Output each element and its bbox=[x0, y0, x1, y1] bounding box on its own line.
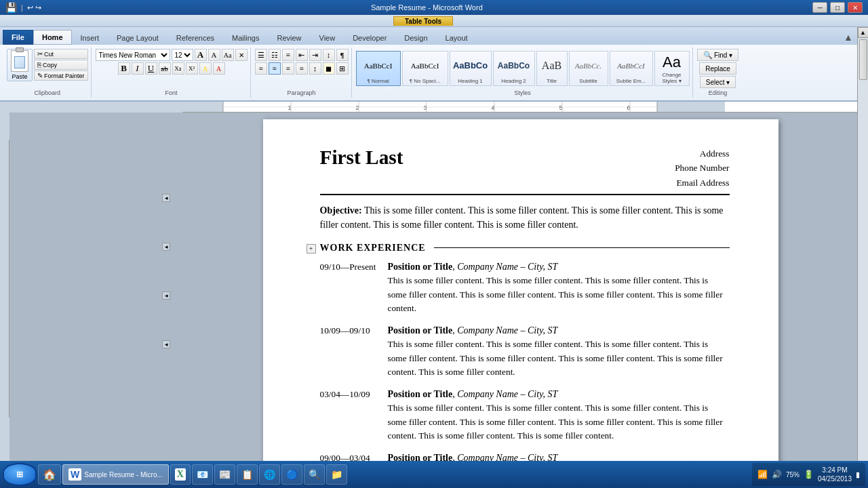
tray-sound-icon: 🔊 bbox=[772, 470, 782, 479]
numbering-button[interactable]: ☷ bbox=[269, 49, 281, 61]
tab-review[interactable]: Review bbox=[268, 30, 310, 45]
shrink-font-button[interactable]: A bbox=[208, 49, 220, 61]
font-group: Times New Roman 12 A A Aa ✕ B I U ab X₂ bbox=[93, 47, 251, 98]
minimize-button[interactable]: ─ bbox=[812, 2, 827, 13]
align-left-button[interactable]: ≡ bbox=[255, 62, 267, 75]
tab-page-layout[interactable]: Page Layout bbox=[108, 30, 167, 45]
tab-insert[interactable]: Insert bbox=[72, 30, 108, 45]
address-line: Address bbox=[675, 146, 729, 161]
style-normal[interactable]: AaBbCcI ¶ Normal bbox=[356, 51, 401, 86]
section-title-work: WORK EXPERIENCE bbox=[320, 243, 431, 253]
editing-controls: 🔍 Find ▾ Replace Select ▾ bbox=[697, 49, 738, 88]
align-right-button[interactable]: ≡ bbox=[282, 62, 294, 75]
work-date-1: 09/10—Present bbox=[320, 262, 388, 316]
font-color-button[interactable]: A bbox=[213, 62, 225, 75]
subscript-button[interactable]: X₂ bbox=[172, 62, 184, 75]
work-entry-3: 03/04—10/09 Position or Title, Company N… bbox=[320, 389, 730, 443]
vertical-ruler bbox=[0, 113, 9, 481]
show-hide-button[interactable]: ¶ bbox=[336, 49, 349, 61]
expand-left-4[interactable]: ◂ bbox=[162, 340, 170, 348]
copy-button[interactable]: ⎘Copy bbox=[34, 60, 88, 70]
clear-format-button[interactable]: ✕ bbox=[235, 49, 248, 61]
bold-button[interactable]: B bbox=[118, 62, 130, 75]
start-button[interactable]: ⊞ bbox=[3, 463, 37, 486]
tab-references[interactable]: References bbox=[167, 30, 223, 45]
style-subtle-em[interactable]: AaBbCcI Subtle Em... bbox=[610, 51, 653, 86]
section-move-handle[interactable]: + bbox=[307, 244, 316, 253]
tab-mailings[interactable]: Mailings bbox=[223, 30, 268, 45]
text-highlight-button[interactable]: A bbox=[199, 62, 212, 75]
paste-button[interactable]: Paste bbox=[7, 49, 33, 81]
work-desc-3: This is some filler content. This is som… bbox=[388, 401, 730, 443]
change-case-button[interactable]: Aa bbox=[222, 49, 234, 61]
italic-button[interactable]: I bbox=[132, 62, 144, 75]
sort-button[interactable]: ↕ bbox=[323, 49, 335, 61]
paragraph-row2: ≡ ≡ ≡ ≡ ↕ ◼ ⊞ bbox=[255, 62, 349, 75]
tab-view[interactable]: View bbox=[311, 30, 344, 45]
justify-button[interactable]: ≡ bbox=[296, 62, 308, 75]
phone-line: Phone Number bbox=[675, 161, 729, 175]
style-heading2[interactable]: AaBbCo Heading 2 bbox=[493, 51, 535, 86]
expand-left-1[interactable]: ◂ bbox=[162, 194, 170, 202]
contact-info: Address Phone Number Email Address bbox=[675, 146, 729, 190]
style-title[interactable]: AaB Title bbox=[536, 51, 568, 86]
align-center-button[interactable]: ≡ bbox=[269, 62, 281, 75]
tab-design[interactable]: Design bbox=[395, 30, 436, 45]
cut-button[interactable]: ✂Cut bbox=[34, 49, 88, 59]
tab-home[interactable]: Home bbox=[33, 30, 72, 45]
show-desktop-button[interactable]: ▮ bbox=[856, 470, 860, 479]
ribbon-content: Paste ✂Cut ⎘Copy ✎Format Painter Clipboa… bbox=[0, 45, 868, 100]
taskbar-files[interactable]: 📁 bbox=[326, 464, 347, 485]
editing-group: 🔍 Find ▾ Replace Select ▾ Editing bbox=[694, 47, 742, 98]
taskbar-explorer[interactable]: 🏠 bbox=[38, 464, 61, 485]
font-size-select[interactable]: 12 bbox=[172, 49, 193, 61]
taskbar-word-button[interactable]: W Sample Resume - Micro... bbox=[62, 464, 169, 485]
system-clock: 3:24 PM 04/25/2013 bbox=[818, 466, 852, 483]
bullets-button[interactable]: ☰ bbox=[255, 49, 267, 61]
grow-font-button[interactable]: A bbox=[195, 49, 207, 61]
work-title-3: Position or Title, Company Name – City, … bbox=[388, 389, 730, 400]
style-subtitle[interactable]: AaBbCc. Subtitle bbox=[569, 51, 608, 86]
expand-left-3[interactable]: ◂ bbox=[162, 291, 170, 300]
shading-button[interactable]: ◼ bbox=[323, 62, 335, 75]
taskbar-publisher[interactable]: 📰 bbox=[214, 464, 235, 485]
clipboard-group: Paste ✂Cut ⎘Copy ✎Format Painter Clipboa… bbox=[4, 47, 92, 98]
taskbar-ie[interactable]: 🌐 bbox=[259, 464, 280, 485]
style-heading1[interactable]: AaBbCo Heading 1 bbox=[450, 51, 492, 86]
tray-network-icon: 📶 bbox=[757, 470, 768, 479]
maximize-button[interactable]: □ bbox=[830, 2, 845, 13]
styles-gallery: AaBbCcI ¶ Normal AaBbCcI ¶ No Spaci... A… bbox=[356, 49, 690, 88]
style-no-spacing[interactable]: AaBbCcI ¶ No Spaci... bbox=[402, 51, 448, 86]
svg-rect-1 bbox=[657, 102, 725, 113]
multilevel-list-button[interactable]: ≡ bbox=[282, 49, 294, 61]
taskbar-excel[interactable]: X bbox=[170, 464, 191, 485]
increase-indent-button[interactable]: ⇥ bbox=[309, 49, 321, 61]
tab-file[interactable]: File bbox=[3, 30, 33, 45]
tab-developer[interactable]: Developer bbox=[344, 30, 395, 45]
decrease-indent-button[interactable]: ⇤ bbox=[296, 49, 308, 61]
expand-left-2[interactable]: ◂ bbox=[162, 243, 170, 251]
select-button[interactable]: Select ▾ bbox=[700, 76, 736, 88]
superscript-button[interactable]: X² bbox=[186, 62, 198, 75]
taskbar-outlook[interactable]: 📧 bbox=[192, 464, 213, 485]
strikethrough-button[interactable]: ab bbox=[159, 62, 171, 75]
paragraph-controls: ☰ ☷ ≡ ⇤ ⇥ ↕ ¶ ≡ ≡ ≡ ≡ ↕ ◼ ⊞ bbox=[255, 49, 349, 88]
work-details-1: Position or Title, Company Name – City, … bbox=[388, 262, 730, 316]
replace-button[interactable]: Replace bbox=[699, 62, 736, 75]
clipboard-controls: Paste ✂Cut ⎘Copy ✎Format Painter bbox=[7, 49, 88, 88]
format-painter-button[interactable]: ✎Format Painter bbox=[34, 70, 88, 81]
line-spacing-button[interactable]: ↕ bbox=[309, 62, 321, 75]
find-button[interactable]: 🔍 Find ▾ bbox=[697, 49, 738, 61]
taskbar-search[interactable]: 🔍 bbox=[304, 464, 325, 485]
underline-button[interactable]: U bbox=[145, 62, 157, 75]
title-bar: 💾 | ↩ ↪ Sample Resume - Microsoft Word ─… bbox=[0, 0, 868, 15]
window-title: Sample Resume - Microsoft Word bbox=[41, 3, 812, 12]
close-button[interactable]: ✕ bbox=[848, 2, 863, 13]
taskbar-chrome[interactable]: 🔵 bbox=[281, 464, 302, 485]
style-change-styles[interactable]: Aa ChangeStyles ▾ bbox=[654, 51, 690, 86]
tab-layout[interactable]: Layout bbox=[437, 30, 477, 45]
taskbar-app5[interactable]: 📋 bbox=[237, 464, 258, 485]
borders-button[interactable]: ⊞ bbox=[336, 62, 349, 75]
font-name-select[interactable]: Times New Roman bbox=[96, 49, 170, 61]
ribbon-collapse-button[interactable]: ▲ bbox=[841, 31, 856, 45]
